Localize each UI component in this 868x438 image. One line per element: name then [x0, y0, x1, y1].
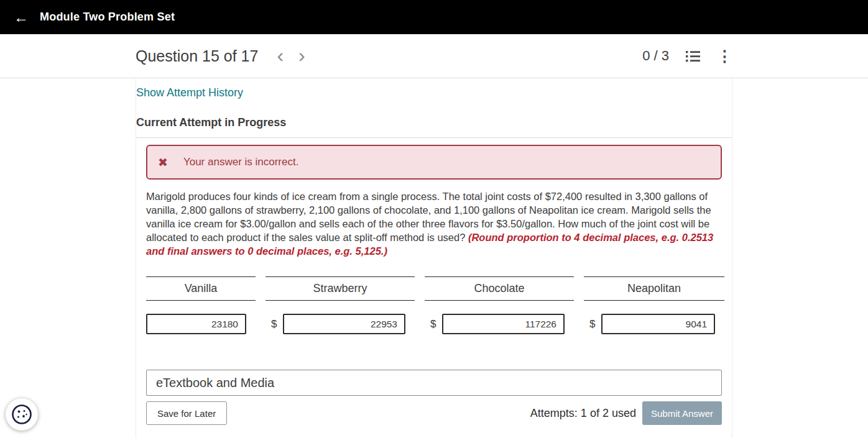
- cookie-icon: [11, 403, 33, 426]
- prev-question-button[interactable]: ‹: [273, 48, 287, 64]
- question-list-button[interactable]: [686, 50, 700, 62]
- error-x-icon: ✖: [158, 157, 168, 168]
- vanilla-answer-input[interactable]: [146, 314, 246, 334]
- answer-column-neapolitan: Neapolitan $: [584, 276, 724, 334]
- chocolate-answer-input[interactable]: [442, 314, 565, 334]
- column-header-chocolate: Chocolate: [425, 276, 574, 301]
- problem-statement: Marigold produces four kinds of ice crea…: [146, 189, 722, 258]
- score-indicator: 0 / 3: [642, 48, 669, 64]
- current-attempt-heading: Current Attempt in Progress: [136, 116, 732, 129]
- content-column: Show Attempt History Current Attempt in …: [136, 78, 732, 438]
- show-attempt-history-link[interactable]: Show Attempt History: [136, 86, 243, 99]
- assignment-title: Module Two Problem Set: [40, 11, 175, 24]
- back-button[interactable]: ←: [14, 10, 29, 25]
- top-bar: ← Module Two Problem Set: [0, 0, 868, 34]
- incorrect-answer-alert: ✖ Your answer is incorrect.: [146, 145, 722, 180]
- answer-column-vanilla: Vanilla: [146, 276, 256, 334]
- chevron-right-icon: ›: [298, 44, 305, 66]
- question-title: Question 15 of 17: [136, 47, 258, 65]
- question-nav-bar: Question 15 of 17 ‹ › 0 / 3 ⋮: [0, 34, 868, 78]
- kebab-icon: ⋮: [717, 48, 732, 64]
- etextbook-label: eTextbook and Media: [156, 376, 274, 390]
- submit-answer-button[interactable]: Submit Answer: [642, 401, 722, 425]
- more-options-button[interactable]: ⋮: [717, 48, 732, 64]
- column-header-strawberry: Strawberry: [265, 276, 415, 301]
- attempts-counter: Attempts: 1 of 2 used: [530, 407, 636, 420]
- etextbook-media-section[interactable]: eTextbook and Media: [146, 370, 722, 396]
- answer-column-strawberry: Strawberry $: [265, 276, 415, 334]
- currency-symbol: $: [430, 318, 436, 331]
- currency-symbol: $: [271, 318, 277, 331]
- chevron-left-icon: ‹: [277, 44, 284, 66]
- neapolitan-answer-input[interactable]: [601, 314, 715, 334]
- cookie-consent-button[interactable]: [6, 398, 38, 431]
- currency-symbol: $: [589, 318, 595, 331]
- answer-table: Vanilla Strawberry $ Chocolate $: [146, 276, 722, 334]
- answer-column-chocolate: Chocolate $: [425, 276, 574, 334]
- alert-message: Your answer is incorrect.: [183, 156, 299, 168]
- back-arrow-icon: ←: [14, 9, 29, 25]
- question-list-icon: [686, 50, 700, 62]
- column-header-vanilla: Vanilla: [146, 276, 256, 301]
- column-header-neapolitan: Neapolitan: [584, 276, 724, 301]
- attempt-panel: ✖ Your answer is incorrect. Marigold pro…: [136, 137, 732, 437]
- strawberry-answer-input[interactable]: [283, 314, 405, 334]
- save-for-later-button[interactable]: Save for Later: [146, 401, 227, 425]
- next-question-button[interactable]: ›: [295, 48, 309, 64]
- attempt-footer: Save for Later Attempts: 1 of 2 used Sub…: [146, 401, 722, 425]
